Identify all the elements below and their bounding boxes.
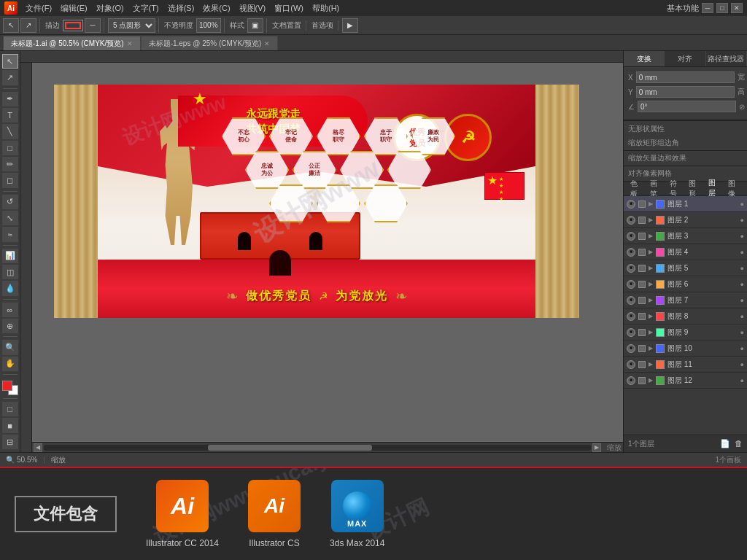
tab-close-1[interactable]: ✕ (264, 40, 270, 47)
layer-item-6[interactable]: 👁 ▶ 图层 7 ● (624, 292, 747, 308)
layer-item-1[interactable]: 👁 ▶ 图层 2 ● (624, 212, 747, 228)
scroll-left-btn[interactable]: ◀ (34, 443, 42, 452)
foreground-color[interactable] (2, 381, 12, 391)
maximize-button[interactable]: □ (716, 3, 728, 13)
tool-paint[interactable]: ✏ (2, 157, 18, 171)
tool-pen[interactable]: ✒ (2, 92, 18, 106)
layer-options-5[interactable]: ● (740, 281, 744, 288)
layer-lock-10[interactable] (638, 361, 646, 368)
tool-rect[interactable]: □ (2, 141, 18, 155)
layer-lock-9[interactable] (638, 345, 646, 352)
layer-eye-9[interactable]: 👁 (627, 344, 635, 353)
new-layer-btn[interactable]: 📄 (720, 439, 730, 448)
menu-type[interactable]: 文字(T) (129, 1, 163, 15)
layer-options-9[interactable]: ● (740, 345, 744, 352)
tab-align[interactable]: 对齐 (665, 51, 705, 66)
tool-direct-select[interactable]: ↗ (2, 70, 18, 85)
layer-eye-4[interactable]: 👁 (627, 264, 635, 273)
tool-zoom[interactable]: 🔍 (2, 340, 18, 354)
opacity-value[interactable]: 100% (196, 18, 221, 33)
tool-gradient[interactable]: ◫ (2, 265, 18, 279)
layer-options-0[interactable]: ● (740, 201, 744, 208)
layer-eye-3[interactable]: 👁 (627, 248, 635, 257)
stroke-color-box[interactable] (63, 20, 83, 31)
illustrator-cs-item[interactable]: Ai Illustrator CS (248, 480, 301, 548)
tool-mode3[interactable]: ⊟ (2, 435, 18, 449)
layer-lock-11[interactable] (638, 377, 646, 384)
tool-mode1[interactable]: □ (2, 402, 18, 416)
color-boxes[interactable] (2, 381, 18, 395)
tool-symbol[interactable]: ⊕ (2, 319, 18, 333)
minimize-button[interactable]: ─ (702, 3, 713, 13)
layer-eye-5[interactable]: 👁 (627, 280, 635, 289)
tool-blend[interactable]: ∞ (2, 303, 18, 317)
tool-rotate[interactable]: ↺ (2, 195, 18, 209)
scroll-right-btn[interactable]: ▶ (592, 443, 601, 452)
rotation-input[interactable] (638, 101, 736, 112)
layer-eye-8[interactable]: 👁 (627, 328, 635, 337)
layer-eye-11[interactable]: 👁 (627, 376, 635, 385)
layer-lock-6[interactable] (638, 297, 646, 304)
tab-1[interactable]: 未标题-1.eps @ 25% (CMYK/预览) ✕ (141, 36, 279, 50)
tool-mode2[interactable]: ■ (2, 418, 18, 432)
layer-eye-10[interactable]: 👁 (627, 360, 635, 369)
x-input[interactable] (636, 71, 735, 83)
layer-options-8[interactable]: ● (740, 329, 744, 336)
menu-edit[interactable]: 编辑(E) (57, 1, 91, 15)
tool-warp[interactable]: ≈ (2, 227, 18, 241)
y-input[interactable] (636, 86, 735, 98)
layer-item-8[interactable]: 👁 ▶ 图层 9 ● (624, 324, 747, 341)
menu-help[interactable]: 帮助(H) (309, 1, 343, 15)
layer-options-3[interactable]: ● (740, 249, 744, 256)
style-btn[interactable]: ▣ (247, 18, 263, 33)
close-button[interactable]: ✕ (731, 3, 743, 13)
layer-eye-0[interactable]: 👁 (627, 200, 635, 209)
direct-select-tool[interactable]: ↗ (20, 18, 36, 33)
menu-file[interactable]: 文件(F) (22, 1, 55, 15)
tool-hand[interactable]: ✋ (2, 357, 18, 371)
tab-close-0[interactable]: ✕ (127, 40, 133, 47)
layer-item-11[interactable]: 👁 ▶ 图层 12 ● (624, 373, 747, 389)
tool-line[interactable]: ╲ (2, 124, 18, 139)
delete-layer-btn[interactable]: 🗑 (735, 439, 743, 448)
tab-pathfinder[interactable]: 路径查找器 (706, 51, 747, 66)
layer-options-10[interactable]: ● (740, 361, 744, 368)
layer-lock-4[interactable] (638, 265, 646, 272)
layer-options-6[interactable]: ● (740, 297, 744, 304)
tool-select[interactable]: ↖ (2, 54, 18, 69)
canvas-area[interactable]: 设计网www (20, 51, 623, 452)
illustrator-cc-item[interactable]: Ai Illustrator CC 2014 (146, 480, 219, 548)
3dsmax-item[interactable]: MAX 3ds Max 2014 (330, 480, 384, 548)
layer-lock-2[interactable] (638, 233, 646, 240)
scroll-track[interactable] (44, 445, 591, 451)
shape-select[interactable]: 5 点圆形 (108, 18, 155, 33)
layer-options-2[interactable]: ● (740, 233, 744, 240)
tab-0[interactable]: 未标题-1.ai @ 50.5% (CMYK/预览) ✕ (3, 36, 141, 50)
layer-item-2[interactable]: 👁 ▶ 图层 3 ● (624, 228, 747, 244)
menu-view[interactable]: 视图(V) (236, 1, 270, 15)
tool-eyedrop[interactable]: 💧 (2, 281, 18, 295)
layer-lock-0[interactable] (638, 201, 646, 208)
layer-lock-5[interactable] (638, 281, 646, 288)
layer-options-1[interactable]: ● (740, 217, 744, 224)
layer-options-4[interactable]: ● (740, 265, 744, 272)
layer-item-5[interactable]: 👁 ▶ 图层 6 ● (624, 276, 747, 292)
tool-eraser[interactable]: ◻ (2, 173, 18, 187)
layer-lock-8[interactable] (638, 329, 646, 336)
select-tool[interactable]: ↖ (3, 18, 19, 33)
layer-item-10[interactable]: 👁 ▶ 图层 11 ● (624, 357, 747, 373)
menu-select[interactable]: 选择(S) (164, 1, 198, 15)
layer-lock-1[interactable] (638, 217, 646, 224)
tool-type[interactable]: T (2, 108, 18, 122)
menu-object[interactable]: 对象(O) (93, 1, 128, 15)
layer-lock-3[interactable] (638, 249, 646, 256)
layer-eye-7[interactable]: 👁 (627, 312, 635, 321)
stroke-btn[interactable]: ─ (85, 18, 101, 33)
more-btn[interactable]: ▶ (342, 18, 358, 33)
layer-item-0[interactable]: 👁 ▶ 图层 1 ● (624, 196, 747, 212)
layer-item-7[interactable]: 👁 ▶ 图层 8 ● (624, 308, 747, 324)
menu-window[interactable]: 窗口(W) (271, 1, 307, 15)
tab-transform[interactable]: 变换 (624, 51, 665, 66)
scroll-thumb[interactable] (208, 445, 372, 451)
layer-item-4[interactable]: 👁 ▶ 图层 5 ● (624, 260, 747, 276)
